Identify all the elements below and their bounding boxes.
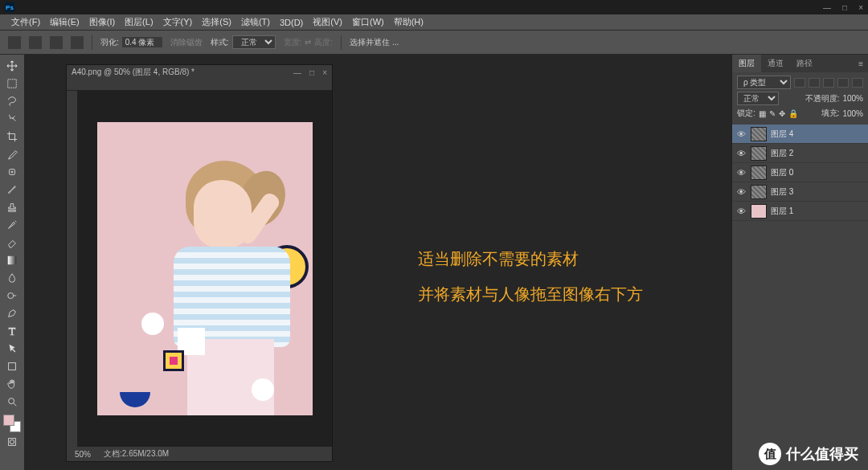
eraser-tool[interactable]: [3, 235, 21, 251]
type-tool[interactable]: [3, 323, 21, 339]
brush-tool[interactable]: [3, 182, 21, 198]
feather-label: 羽化:: [100, 37, 119, 48]
ruler-horizontal[interactable]: [67, 80, 332, 91]
feather-input[interactable]: [122, 37, 162, 47]
opacity-value[interactable]: 100%: [842, 94, 863, 103]
panel-menu-icon[interactable]: ≡: [854, 59, 868, 68]
visibility-toggle-icon[interactable]: 👁: [735, 206, 747, 216]
watermark-text: 什么值得买: [786, 444, 858, 464]
workspace: A40.png @ 50% (图层 4, RGB/8) * — □ ×: [0, 55, 868, 470]
filter-smart-icon[interactable]: [852, 78, 863, 88]
window-close-button[interactable]: ×: [858, 3, 863, 12]
window-maximize-button[interactable]: □: [842, 3, 847, 12]
layer-item[interactable]: 👁 图层 1: [732, 202, 868, 221]
filter-adjust-icon[interactable]: [809, 78, 820, 88]
window-minimize-button[interactable]: —: [823, 3, 831, 12]
visibility-toggle-icon[interactable]: 👁: [735, 168, 747, 178]
layer-list: 👁 图层 4 👁 图层 2 👁 图层 0 👁 图层 3 👁: [732, 125, 868, 470]
crop-tool[interactable]: [3, 129, 21, 145]
layer-thumbnail[interactable]: [751, 146, 767, 161]
lock-transparency-icon[interactable]: ▦: [759, 109, 766, 118]
layer-item[interactable]: 👁 图层 4: [732, 125, 868, 144]
antialias-checkbox[interactable]: 消除锯齿: [170, 37, 203, 48]
visibility-toggle-icon[interactable]: 👁: [735, 149, 747, 158]
lasso-tool[interactable]: [3, 93, 21, 109]
watermark: 值 什么值得买: [759, 443, 858, 465]
marquee-tool-icon[interactable]: [8, 36, 21, 49]
lock-pixels-icon[interactable]: ✎: [769, 109, 776, 118]
window-controls: — □ ×: [823, 3, 863, 12]
menu-edit[interactable]: 编辑(E): [45, 16, 84, 28]
path-select-tool[interactable]: [3, 341, 21, 357]
blur-tool[interactable]: [3, 270, 21, 286]
watermark-badge-icon: 值: [759, 443, 781, 465]
selection-new-icon[interactable]: [29, 36, 42, 49]
shape-tool[interactable]: [3, 358, 21, 374]
document-canvas[interactable]: [78, 91, 332, 447]
stamp-tool[interactable]: [3, 199, 21, 215]
layer-thumbnail[interactable]: [751, 185, 767, 199]
menu-view[interactable]: 视图(V): [308, 16, 347, 28]
filter-type-icon[interactable]: [823, 78, 834, 88]
tab-channels[interactable]: 通道: [761, 55, 790, 72]
history-brush-tool[interactable]: [3, 217, 21, 233]
layer-item[interactable]: 👁 图层 0: [732, 163, 868, 182]
tab-paths[interactable]: 路径: [790, 55, 819, 72]
layer-item[interactable]: 👁 图层 3: [732, 182, 868, 202]
zoom-level[interactable]: 50%: [75, 450, 91, 459]
tab-layers[interactable]: 图层: [732, 55, 761, 72]
style-select[interactable]: 正常: [232, 35, 276, 49]
move-tool[interactable]: [3, 58, 21, 74]
menu-layer[interactable]: 图层(L): [120, 16, 158, 28]
layer-item[interactable]: 👁 图层 2: [732, 144, 868, 163]
menu-filter[interactable]: 滤镜(T): [236, 16, 275, 28]
pen-tool[interactable]: [3, 305, 21, 321]
visibility-toggle-icon[interactable]: 👁: [735, 187, 747, 197]
tools-panel: [0, 55, 24, 470]
filter-shape-icon[interactable]: [837, 78, 849, 88]
layer-thumbnail[interactable]: [751, 127, 767, 141]
doc-close-button[interactable]: ×: [322, 68, 327, 77]
file-size: 文档:2.65M/23.0M: [104, 448, 169, 460]
filter-pixel-icon[interactable]: [794, 78, 805, 88]
menu-3d[interactable]: 3D(D): [275, 18, 308, 27]
gradient-tool[interactable]: [3, 252, 21, 268]
menu-select[interactable]: 选择(S): [197, 16, 236, 28]
eyedropper-tool[interactable]: [3, 146, 21, 162]
zoom-tool[interactable]: [3, 394, 21, 410]
doc-maximize-button[interactable]: □: [309, 68, 314, 77]
color-swatch[interactable]: [3, 415, 21, 432]
layer-thumbnail[interactable]: [751, 166, 767, 180]
layer-thumbnail[interactable]: [751, 204, 767, 219]
lock-position-icon[interactable]: ✥: [779, 109, 785, 118]
marquee-tool[interactable]: [3, 76, 21, 92]
blend-mode-select[interactable]: 正常: [737, 92, 779, 105]
document-header[interactable]: A40.png @ 50% (图层 4, RGB/8) * — □ ×: [67, 65, 332, 80]
opacity-label: 不透明度:: [805, 93, 840, 104]
shape-halfcircle-blue: [120, 392, 150, 407]
filter-type-select[interactable]: ρ 类型: [737, 76, 791, 89]
selection-add-icon[interactable]: [50, 36, 63, 49]
quick-select-tool[interactable]: [3, 111, 21, 127]
select-and-mask-button[interactable]: 选择并遮住 ...: [350, 37, 399, 48]
doc-minimize-button[interactable]: —: [293, 68, 301, 77]
menu-window[interactable]: 窗口(W): [347, 16, 389, 28]
fill-label: 填充:: [821, 108, 840, 119]
panel-tabs: 图层 通道 路径 ≡: [732, 55, 868, 72]
ruler-vertical[interactable]: [67, 91, 78, 447]
visibility-toggle-icon[interactable]: 👁: [735, 129, 747, 139]
menu-image[interactable]: 图像(I): [84, 16, 120, 28]
hand-tool[interactable]: [3, 376, 21, 392]
menu-file[interactable]: 文件(F): [6, 16, 45, 28]
svg-point-3: [8, 293, 14, 299]
quickmask-tool[interactable]: [3, 434, 21, 450]
menu-type[interactable]: 文字(Y): [158, 16, 198, 28]
menu-help[interactable]: 帮助(H): [389, 16, 428, 28]
fill-value[interactable]: 100%: [842, 109, 863, 118]
selection-subtract-icon[interactable]: [71, 36, 84, 49]
foreground-color-icon[interactable]: [3, 415, 14, 426]
lock-all-icon[interactable]: 🔒: [788, 109, 798, 118]
dodge-tool[interactable]: [3, 288, 21, 304]
healing-tool[interactable]: [3, 164, 21, 180]
layer-controls: ρ 类型 正常 不透明度: 100% 锁定: ▦ ✎ ✥ 🔒 填充: 100%: [732, 72, 868, 125]
